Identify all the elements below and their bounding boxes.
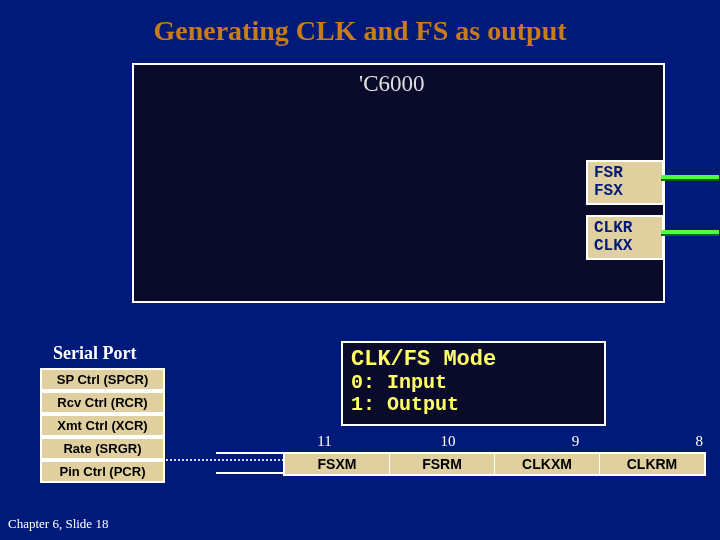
bit-clkxm: CLKXM [495, 454, 600, 474]
panel-list: SP Ctrl (SPCR) Rcv Ctrl (RCR) Xmt Ctrl (… [40, 368, 165, 483]
mode-title: CLK/FS Mode [351, 347, 596, 372]
bitnum-11: 11 [216, 433, 340, 450]
panel-item-srgr: Rate (SRGR) [40, 437, 165, 460]
mode-line-0: 0: Input [351, 372, 596, 394]
panel-item-xcr: Xmt Ctrl (XCR) [40, 414, 165, 437]
footer-slide-ref: Chapter 6, Slide 18 [8, 516, 108, 532]
pin-clkr: CLKR [594, 220, 656, 238]
io-arrow-clk [661, 230, 719, 236]
panel-item-spcr: SP Ctrl (SPCR) [40, 368, 165, 391]
io-arrow-fs [661, 175, 719, 181]
bitnum-10: 10 [340, 433, 464, 450]
bit-clkrm: CLKRM [600, 454, 704, 474]
page-title: Generating CLK and FS as output [0, 0, 720, 47]
bit-row-lead [216, 452, 283, 474]
bitnum-9: 9 [464, 433, 588, 450]
mode-line-1: 1: Output [351, 394, 596, 416]
mode-box: CLK/FS Mode 0: Input 1: Output [341, 341, 606, 426]
panel-item-rcr: Rcv Ctrl (RCR) [40, 391, 165, 414]
device-box: 'C6000 FSR FSX CLKR CLKX [132, 63, 665, 303]
pin-fsr: FSR [594, 165, 656, 183]
pin-block-clk: CLKR CLKX [586, 215, 664, 260]
pin-fsx: FSX [594, 183, 656, 201]
bit-number-row: 11 10 9 8 [216, 433, 711, 450]
bit-fsxm: FSXM [285, 454, 390, 474]
bitnum-8: 8 [587, 433, 711, 450]
panel-item-pcr: Pin Ctrl (PCR) [40, 460, 165, 483]
bit-fsrm: FSRM [390, 454, 495, 474]
pin-block-fs: FSR FSX [586, 160, 664, 205]
panel-title: Serial Port [53, 343, 136, 364]
device-label: 'C6000 [359, 71, 425, 97]
pin-clkx: CLKX [594, 238, 656, 256]
bit-name-row: FSXM FSRM CLKXM CLKRM [283, 452, 706, 476]
